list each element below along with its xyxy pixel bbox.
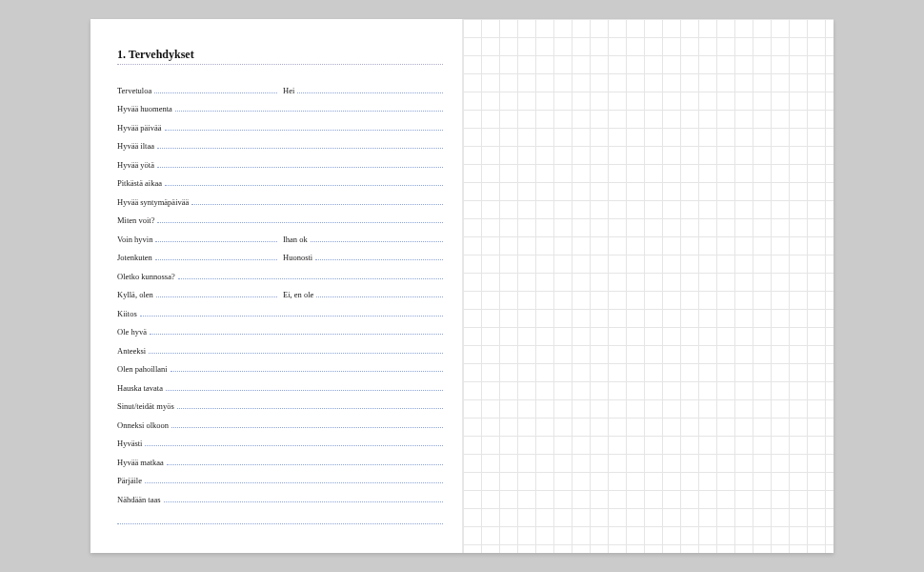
vocab-cell: Anteeksi — [117, 346, 443, 358]
write-line — [191, 204, 443, 205]
vocab-cell: Hauska tavata — [117, 383, 443, 395]
vocab-term: Huonosti — [283, 253, 315, 264]
vocab-term: Hyvää päivää — [117, 123, 165, 134]
write-line — [311, 241, 443, 242]
write-line — [165, 185, 443, 186]
vocab-term: Anteeksi — [117, 346, 149, 358]
write-line — [140, 316, 443, 317]
vocab-row: Kyllä, olenEi, en ole — [117, 283, 443, 302]
vocab-term: Ole hyvä — [117, 327, 150, 338]
write-line — [150, 334, 443, 335]
write-line — [156, 296, 277, 297]
write-line — [316, 296, 443, 297]
write-line — [149, 353, 443, 354]
write-line — [177, 408, 443, 409]
vocab-row: JotenkutenHuonosti — [117, 246, 443, 265]
write-line — [166, 390, 443, 391]
vocab-cell: Kiitos — [117, 309, 443, 320]
vocab-row: Kiitos — [117, 301, 443, 320]
vocab-term: Hyvää iltaa — [117, 141, 157, 153]
notebook-spread: 1. Tervehdykset TervetuloaHeiHyvää huome… — [90, 19, 834, 553]
vocab-cell: Pärjäile — [117, 476, 443, 487]
vocab-term: Voin hyvin — [117, 235, 155, 246]
write-line — [178, 278, 443, 279]
vocab-row: Ole hyvä — [117, 320, 443, 339]
vocab-term: Sinut/teidät myös — [117, 401, 177, 413]
trailing-line — [117, 506, 443, 525]
vocab-term: Pitkästä aikaa — [117, 178, 165, 190]
vocab-cell: Hyvää iltaa — [117, 141, 443, 153]
write-line — [171, 371, 443, 372]
vocab-term: Tervetuloa — [117, 86, 154, 97]
vocab-cell: Huonosti — [283, 253, 443, 264]
vocab-term: Miten voit? — [117, 215, 157, 227]
vocab-row: Hyvää iltaa — [117, 134, 443, 153]
vocab-term: Ihan ok — [283, 235, 311, 246]
vocab-row: Hyvää yötä — [117, 153, 443, 172]
write-line — [145, 482, 443, 483]
vocab-term: Hauska tavata — [117, 383, 166, 395]
vocab-cell: Oletko kunnossa? — [117, 272, 443, 283]
vocab-cell: Ihan ok — [283, 235, 443, 246]
vocab-cell: Hyvää päivää — [117, 123, 443, 134]
write-line — [157, 148, 443, 149]
vocab-cell: Hyvää huomenta — [117, 104, 443, 115]
vocab-row: Nähdään taas — [117, 487, 443, 506]
vocab-row: Hyvää matkaa — [117, 450, 443, 469]
vocab-cell: Ole hyvä — [117, 327, 443, 338]
vocab-row: Pärjäile — [117, 469, 443, 488]
vocab-term: Pärjäile — [117, 476, 145, 487]
write-line — [155, 241, 277, 242]
write-line — [145, 445, 443, 446]
vocab-row: TervetuloaHei — [117, 78, 443, 97]
vocab-row: Pitkästä aikaa — [117, 172, 443, 191]
vocab-term: Hyvää matkaa — [117, 458, 167, 469]
vocab-cell: Onneksi olkoon — [117, 420, 443, 432]
vocab-cell: Olen pahoillani — [117, 364, 443, 376]
vocab-term: Oletko kunnossa? — [117, 272, 178, 283]
vocab-term: Kiitos — [117, 309, 140, 320]
vocab-term: Olen pahoillani — [117, 364, 171, 376]
write-line — [171, 427, 443, 428]
vocab-cell: Tervetuloa — [117, 86, 277, 97]
vocab-row: Miten voit? — [117, 209, 443, 228]
vocab-cell: Nähdään taas — [117, 495, 443, 506]
vocab-cell: Pitkästä aikaa — [117, 178, 443, 190]
vocab-row: Oletko kunnossa? — [117, 264, 443, 283]
vocab-row: Hyvää huomenta — [117, 97, 443, 116]
vocab-cell: Hei — [283, 86, 443, 97]
vocab-cell: Kyllä, olen — [117, 290, 277, 301]
vocab-term: Hyvästi — [117, 439, 145, 450]
vocab-row: Anteeksi — [117, 338, 443, 358]
vocab-row: Sinut/teidät myös — [117, 395, 443, 414]
write-line — [154, 92, 277, 93]
vocab-cell: Jotenkuten — [117, 253, 277, 264]
vocab-row: Hyvää päivää — [117, 115, 443, 134]
vocab-row: Hyvää syntymäpäivää — [117, 190, 443, 209]
section-heading: 1. Tervehdykset — [117, 48, 443, 62]
vocab-row: Hauska tavata — [117, 376, 443, 395]
vocab-row: Olen pahoillani — [117, 358, 443, 377]
vocab-cell: Sinut/teidät myös — [117, 401, 443, 413]
heading-underline — [117, 64, 443, 65]
vocab-term: Hyvää yötä — [117, 160, 157, 172]
write-line — [157, 222, 443, 223]
vocab-term: Onneksi olkoon — [117, 420, 171, 432]
vocab-term: Hyvää huomenta — [117, 104, 175, 115]
right-page-grid — [462, 19, 834, 553]
write-line — [157, 167, 443, 168]
vocab-term: Nähdään taas — [117, 495, 164, 506]
vocab-cell: Ei, en ole — [283, 290, 443, 301]
vocab-cell: Voin hyvin — [117, 235, 277, 246]
write-line — [297, 92, 443, 93]
vocab-row: Onneksi olkoon — [117, 413, 443, 432]
vocab-term: Hei — [283, 86, 297, 97]
left-page: 1. Tervehdykset TervetuloaHeiHyvää huome… — [90, 19, 462, 553]
vocab-term: Hyvää syntymäpäivää — [117, 197, 191, 209]
write-line — [155, 259, 277, 260]
vocab-row: Hyvästi — [117, 432, 443, 451]
write-line — [164, 501, 443, 502]
vocab-term: Ei, en ole — [283, 290, 316, 301]
vocab-cell: Hyvää syntymäpäivää — [117, 197, 443, 209]
vocab-term: Jotenkuten — [117, 253, 155, 264]
